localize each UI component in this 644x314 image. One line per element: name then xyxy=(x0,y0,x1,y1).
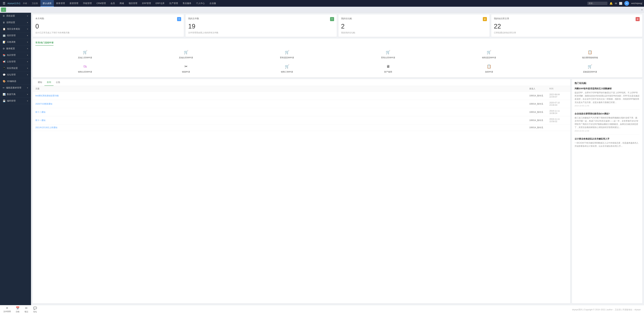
sidebar-item[interactable]: 📋 项目业务规划 ▼ xyxy=(0,26,31,32)
flow-item-icon: 🛒 xyxy=(284,49,290,55)
news-tab[interactable]: 新闻 xyxy=(44,79,54,86)
nav-tab[interactable]: 默认桌面 xyxy=(40,0,54,7)
bottom-icon: ≡ xyxy=(6,306,8,310)
second-nav-right: ▼ xyxy=(641,8,643,11)
sidebar-item[interactable]: 🖥 说明设置 ▼ xyxy=(0,19,31,26)
sidebar-item[interactable]: 📢 公告管理 ▼ xyxy=(0,58,31,65)
stat-card-badge: 篇 xyxy=(636,17,640,21)
flow-item-label: 其他出库单申请 xyxy=(179,56,193,59)
nav-tab[interactable]: 薪资管理 xyxy=(67,0,81,7)
bottom-icon-item[interactable]: ✏ 笔记 xyxy=(24,306,28,313)
sidebar-item[interactable]: 📚 知识管理 ▼ xyxy=(0,52,31,58)
stats-row: 本月考勤 天 0 合计已正常完成上下班打卡的考勤天数 我的文件数 个 19 文件… xyxy=(33,14,642,37)
forum-item: 云计算业务推进应从非关键应用入手 一些CIO对于将关键应用和数据迁入云中持保留态… xyxy=(574,137,640,150)
flow-item[interactable]: 🛒 其他入库单申请 xyxy=(36,48,135,60)
sidebar-item-label: 编辑器素材管理 xyxy=(6,86,21,89)
bottom-icon-item[interactable]: 📅 日程 xyxy=(16,306,20,313)
chevron-right-icon: ▼ xyxy=(27,22,28,23)
nav-tab[interactable]: 学校管理 xyxy=(81,0,94,7)
user-name: weizhiqiang( xyxy=(631,2,642,4)
forum-item-title[interactable]: 判断ERP软件是否适用的五大招数解析 xyxy=(574,87,640,90)
sidebar-item[interactable]: 🎨 3D编辑器 xyxy=(0,78,31,85)
second-navbar: ⌂ ▼ xyxy=(0,7,644,13)
sidebar-item[interactable]: 💾 编码管理 ▼ xyxy=(0,98,31,104)
nav-tab[interactable]: CRM管理 xyxy=(94,0,108,7)
sidebar-item[interactable]: 📝 问卷调查 ▼ xyxy=(0,39,31,45)
sidebar-item[interactable]: 🏢 组织管理 ▼ xyxy=(0,32,31,39)
news-title-link[interactable]: 2020/7/10更新通知 xyxy=(36,103,52,105)
flow-item[interactable]: 📋 加班申请 xyxy=(440,62,539,75)
nav-tab[interactable]: 会员 xyxy=(108,0,117,7)
table-row: 2020/7/10更新通知 100014_陈冬瓜 2020-07-10 23:4… xyxy=(33,100,570,108)
bottom-icon-item[interactable]: 💬 论坛 xyxy=(33,306,37,313)
news-section: 通知新闻公告 主题 发送人 时间 test测试系统基础设置功能 100014_陈… xyxy=(33,79,570,304)
avatar[interactable]: W xyxy=(624,1,629,6)
flow-item-label: 销假申请 xyxy=(182,70,190,73)
chevron-right-icon: ▼ xyxy=(27,28,28,30)
stat-card-header: 我的论坛帖 篇 xyxy=(341,17,487,21)
flow-item[interactable]: 🛒 零售退货单申请 xyxy=(237,48,336,60)
main-layout: ⚙ 系统设置 ▼ 🖥 说明设置 ▼ 📋 项目业务规划 ▼ 🏢 组织管理 ▼ 📝 … xyxy=(0,13,644,305)
news-title-link[interactable]: 双十一通知 xyxy=(36,119,46,121)
stat-card-badge: 天 xyxy=(177,17,181,21)
email-icon[interactable]: ✉ xyxy=(615,2,617,5)
nav-tab[interactable]: ERP仓库 xyxy=(153,0,167,7)
search-input[interactable] xyxy=(587,2,608,5)
sidebar-item-icon: 📢 xyxy=(3,60,6,63)
forum-item-title[interactable]: 云计算业务推进应从非关键应用入手 xyxy=(574,137,640,140)
sidebar-item-icon: ⚙ xyxy=(3,47,5,50)
sidebar-item[interactable]: ✏ 编辑器素材管理 ▼ xyxy=(0,85,31,91)
news-title-cell: 2020/7/10更新通知 xyxy=(33,100,526,108)
sidebar-item-left: 💬 论坛管理 xyxy=(3,73,16,76)
news-tab[interactable]: 公告 xyxy=(54,79,62,86)
sidebar-item[interactable]: 📱 轻应用设置 ▼ xyxy=(0,65,31,71)
forum-item-title[interactable]: 企业信息化管理强化能否由OA撑起? xyxy=(574,112,640,115)
news-title-link[interactable]: 2021年2月18日上班通知 xyxy=(36,126,57,129)
sidebar-item[interactable]: 📊 数据字典 ▼ xyxy=(0,91,31,98)
news-title-cell: 双十一通知 xyxy=(33,116,526,124)
nav-tab[interactable]: 个人中心 xyxy=(194,0,207,7)
sidebar-item-left: 📝 问卷调查 xyxy=(3,40,16,43)
news-title-link[interactable]: 双十二通知 xyxy=(36,111,46,113)
flow-item[interactable]: ✂ 销假申请 xyxy=(136,62,236,75)
nav-tab[interactable]: 商城 xyxy=(117,0,126,7)
sidebar-item-left: 📢 公告管理 xyxy=(3,60,16,63)
flow-item[interactable]: 🛒 销售退货单申请 xyxy=(440,48,539,60)
table-row: 双十一通知 100014_陈冬瓜 2019-11-11 15:59:32 xyxy=(33,116,570,124)
nav-tab[interactable]: 财务管理 xyxy=(54,0,67,7)
menu-toggle-icon[interactable]: ☰ xyxy=(2,1,6,5)
nav-tab[interactable]: 生产管理 xyxy=(167,0,180,7)
nav-tab[interactable]: ERP管理 xyxy=(140,0,153,7)
sidebar-item-icon: 📋 xyxy=(3,28,6,30)
chevron-right-icon: ▼ xyxy=(27,100,28,102)
nav-tab[interactable]: 售后服务 xyxy=(180,0,194,7)
flow-item-icon: 🛍 xyxy=(82,63,88,69)
nav-tab[interactable]: 企业服 xyxy=(207,0,218,7)
flow-item[interactable]: 🛒 其他出库单申请 xyxy=(136,48,236,60)
sidebar-item[interactable]: ⚙ 系统设置 ▼ xyxy=(0,13,31,19)
flow-item[interactable]: 📋 项目费用报销审核 xyxy=(540,48,640,60)
flow-item[interactable]: 🛒 销售订单申请 xyxy=(237,62,336,75)
flow-item[interactable]: 🛒 采购退货单申请 xyxy=(540,62,640,75)
sidebar-item[interactable]: ⚙ 服务配置 ▼ xyxy=(0,45,31,52)
flow-item-icon: 🛒 xyxy=(587,63,593,69)
flow-item[interactable]: 🛍 销售出库单申请 xyxy=(36,62,135,75)
nav-tab[interactable]: 项目管理 xyxy=(126,0,140,7)
sidebar-item[interactable]: 💬 论坛管理 ▼ xyxy=(0,71,31,78)
bell-icon[interactable]: 🔔 xyxy=(610,2,613,5)
content-area: 本月考勤 天 0 合计已正常完成上下班打卡的考勤天数 我的文件数 个 19 文件… xyxy=(31,13,644,305)
sidebar-item-label: 项目业务规划 xyxy=(7,27,20,30)
forum-item-time: 2019-10-05 12:58 xyxy=(574,130,640,132)
news-tabs: 通知新闻公告 xyxy=(33,79,570,86)
flow-item[interactable]: 🖥 资产领用 xyxy=(338,62,438,75)
stat-card-desc: 合计已正常完成上下班打卡的考勤天数 xyxy=(36,31,181,34)
sidebar-item-label: 轻应用设置 xyxy=(7,67,18,70)
top-nav-right: 🔔 ✉ ⬜ W weizhiqiang( xyxy=(587,1,642,6)
home-button[interactable]: ⌂ xyxy=(1,7,6,12)
sidebar-item-left: 🏢 组织管理 xyxy=(3,34,16,37)
flow-item[interactable]: 🛒 零售出库单申请 xyxy=(338,48,438,60)
news-title-link[interactable]: test测试系统基础设置功能 xyxy=(36,94,59,97)
bottom-icon-item[interactable]: ≡ 文件管理 xyxy=(3,306,11,313)
news-tab[interactable]: 通知 xyxy=(36,79,44,86)
screenshot-icon[interactable]: ⬜ xyxy=(619,2,622,5)
